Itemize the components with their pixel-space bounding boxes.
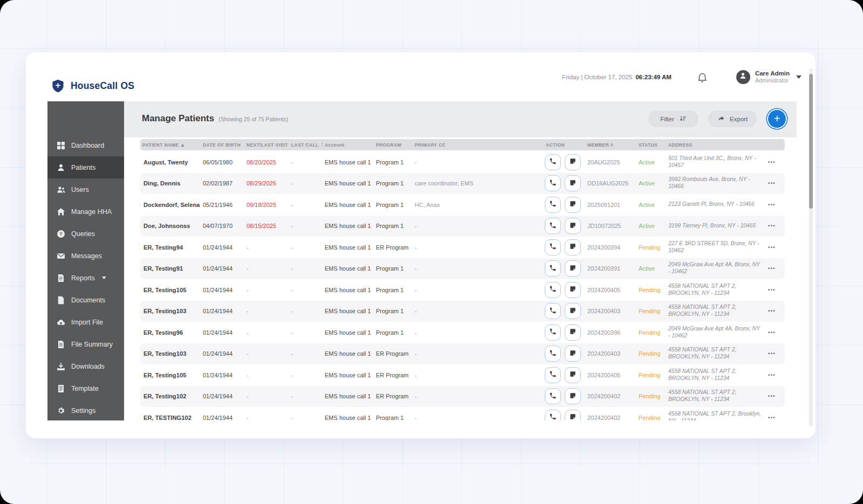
main-content: Manage Patients (Showing 25 of 75 Patien…: [124, 101, 797, 420]
row-menu-button[interactable]: •••: [767, 307, 777, 315]
call-button[interactable]: [545, 346, 561, 362]
row-menu-button[interactable]: •••: [767, 392, 777, 400]
sidebar-item-messages[interactable]: Messages: [47, 245, 124, 267]
notification-bell-button[interactable]: [696, 71, 708, 83]
table-row[interactable]: August, Twenty06/05/198008/20/2025-EMS h…: [140, 151, 785, 173]
cell-member-number: 20AUG2025: [585, 159, 636, 165]
user-avatar[interactable]: [736, 70, 750, 84]
page-background: HouseCall OS Friday | October 17, 202506…: [0, 0, 863, 504]
phone-icon: [549, 349, 557, 358]
cell-program: ER Program: [374, 393, 413, 399]
table-row[interactable]: Ding, Dennis02/02/198708/29/2025-EMS hou…: [140, 173, 785, 195]
table-row[interactable]: ER, Testing9601/24/1944--EMS house call …: [140, 322, 785, 343]
call-button[interactable]: [545, 367, 561, 383]
notes-button[interactable]: [565, 282, 581, 298]
grid-icon: [57, 141, 65, 150]
notes-button[interactable]: [565, 218, 581, 234]
page-title: Manage Patients: [142, 113, 214, 124]
sidebar-item-file-summary[interactable]: File Summary: [47, 333, 124, 355]
row-menu-button[interactable]: •••: [767, 201, 777, 209]
cell-program: Program 1: [374, 202, 413, 208]
column-header-address: ADDRESS: [666, 142, 765, 148]
table-row[interactable]: ER, Testing9101/24/1944--EMS house call …: [140, 258, 785, 280]
call-button[interactable]: [545, 175, 561, 191]
cell-next-last-visit: 09/18/2025: [244, 202, 289, 208]
notes-button[interactable]: [565, 197, 581, 213]
phone-icon: [549, 285, 557, 294]
row-menu-button[interactable]: •••: [767, 286, 777, 294]
row-menu-button[interactable]: •••: [767, 414, 777, 420]
row-menu-button[interactable]: •••: [767, 158, 777, 166]
sidebar-item-settings[interactable]: Settings: [47, 399, 124, 422]
call-button[interactable]: [545, 410, 561, 420]
filter-button[interactable]: Filter: [648, 111, 698, 127]
cell-address: 2049 McGraw Ave Apt 4A, Bronx, NY - 1046…: [666, 261, 765, 275]
sidebar-item-queries[interactable]: ?Queries: [47, 223, 124, 245]
sidebar-item-users[interactable]: Users: [47, 178, 124, 201]
notes-button[interactable]: [565, 239, 581, 256]
phone-icon: [549, 179, 557, 188]
cell-member-number: DD16AUG2025: [585, 180, 636, 187]
row-menu-button[interactable]: •••: [767, 265, 777, 272]
sidebar-item-dashboard[interactable]: Dashboard: [47, 134, 124, 156]
call-button[interactable]: [545, 218, 561, 234]
cell-patient-name: Dockendorf, Selena: [140, 202, 201, 208]
table-row[interactable]: ER, Testing9401/24/1944--EMS house call …: [140, 237, 785, 258]
notes-button[interactable]: [565, 367, 581, 383]
sidebar-item-import-file[interactable]: Import File: [47, 311, 124, 333]
sidebar-item-template[interactable]: Template: [47, 377, 124, 399]
notes-button[interactable]: [565, 346, 581, 362]
column-header-last-call[interactable]: LAST CALL: [289, 142, 323, 148]
call-button[interactable]: [545, 303, 561, 319]
call-button[interactable]: [545, 260, 561, 277]
cell-primary-cc: -: [413, 223, 544, 229]
table-row[interactable]: ER, Testing10201/24/1944--EMS house call…: [140, 386, 785, 408]
call-button[interactable]: [545, 388, 561, 404]
table-row[interactable]: Dockendorf, Selena05/21/194609/18/2025-E…: [140, 194, 785, 216]
call-button[interactable]: [545, 197, 561, 213]
notes-button[interactable]: [565, 388, 581, 404]
sidebar-item-downloads[interactable]: Downloads: [47, 355, 124, 377]
sidebar-item-documents[interactable]: Documents: [47, 289, 124, 311]
call-button[interactable]: [545, 325, 561, 341]
cell-action: [544, 197, 585, 213]
row-menu-button[interactable]: •••: [767, 371, 777, 379]
table-row[interactable]: ER, Testing10301/24/1944--EMS house call…: [140, 343, 785, 365]
table-row[interactable]: ER, Testing10501/24/1944--EMS house call…: [140, 364, 785, 386]
notes-button[interactable]: [565, 325, 581, 341]
table-row[interactable]: ER, Testing10301/24/1944--EMS house call…: [140, 301, 785, 322]
note-icon: [569, 413, 577, 420]
cell-patient-name: ER, Testing105: [140, 287, 201, 293]
table-row[interactable]: ER, TESTING10201/24/1944--EMS house call…: [140, 407, 785, 420]
column-header-patient-name[interactable]: PATIENT NAME: [140, 142, 201, 148]
status-badge: Active: [636, 180, 666, 187]
sidebar-item-patients[interactable]: Patients: [47, 156, 124, 178]
user-menu-caret-icon[interactable]: [796, 75, 802, 79]
row-menu-button[interactable]: •••: [767, 179, 777, 187]
row-menu-button[interactable]: •••: [767, 329, 777, 336]
notes-button[interactable]: [565, 175, 581, 191]
cell-last-call: -: [289, 415, 323, 420]
notes-button[interactable]: [565, 260, 581, 277]
sidebar-item-manage-hha[interactable]: Manage HHA: [47, 201, 124, 223]
call-button[interactable]: [545, 282, 561, 298]
row-menu-button[interactable]: •••: [767, 222, 777, 230]
row-menu-button[interactable]: •••: [767, 350, 777, 357]
call-button[interactable]: [545, 154, 561, 170]
notes-button[interactable]: [565, 154, 581, 170]
notes-button[interactable]: [565, 410, 581, 420]
table-row[interactable]: Doe, Johnsonss04/07/197008/15/2025-EMS h…: [140, 216, 785, 237]
cell-primary-cc: care coordinator, EMS: [413, 180, 544, 187]
table-row[interactable]: ER, Testing10501/24/1944--EMS house call…: [140, 279, 785, 301]
export-button[interactable]: Export: [708, 111, 757, 127]
brand: HouseCall OS: [51, 79, 134, 93]
column-header-next-last-visit[interactable]: NEXT/LAST VISIT: [244, 142, 289, 148]
notes-button[interactable]: [565, 303, 581, 319]
scrollbar-thumb[interactable]: [809, 74, 813, 209]
add-patient-button[interactable]: +: [768, 110, 786, 128]
call-button[interactable]: [545, 239, 561, 256]
sidebar-item-reports[interactable]: Reports: [47, 267, 124, 289]
cell-member-number: 2024200391: [585, 265, 636, 272]
row-menu-button[interactable]: •••: [767, 244, 777, 251]
cell-program: ER Program: [374, 244, 413, 251]
